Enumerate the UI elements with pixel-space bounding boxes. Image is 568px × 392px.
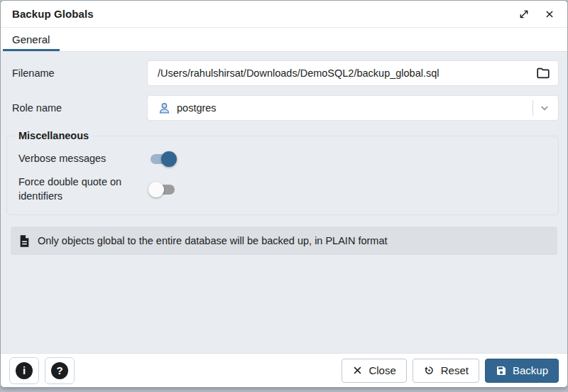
verbose-messages-toggle[interactable] [148,150,178,168]
backup-button[interactable]: Backup [485,359,559,383]
help-button[interactable]: ? [45,357,75,384]
filename-input[interactable] [155,67,535,79]
user-icon [158,102,171,115]
filename-row: Filename [12,60,559,86]
reset-button-label: Reset [441,364,469,376]
close-icon[interactable] [543,8,556,21]
close-x-icon [352,365,363,376]
toggle-knob [148,182,164,197]
backup-button-label: Backup [513,364,548,376]
reset-icon [423,364,435,376]
folder-icon[interactable] [535,65,551,81]
verbose-messages-label: Verbose messages [18,152,148,166]
verbose-messages-row: Verbose messages [18,150,552,168]
tab-general-label: General [12,33,50,45]
role-name-label: Role name [12,102,147,114]
miscellaneous-legend: Miscellaneous [15,130,92,141]
info-icon: i [16,362,33,379]
role-name-value: postgres [177,102,217,114]
force-double-quote-row: Force double quote on identifiers [18,175,552,203]
miscellaneous-section: Miscellaneous Verbose messages Force dou… [6,130,559,215]
dialog-footer: i ? Close [1,353,567,387]
backup-globals-dialog: Backup Globals General [0,0,568,388]
select-divider [532,100,533,116]
tab-general[interactable]: General [3,28,60,51]
dialog-title: Backup Globals [12,8,94,20]
save-icon [496,365,507,376]
force-double-quote-toggle[interactable] [148,180,178,199]
document-icon [19,234,30,248]
info-note: Only objects global to the entire databa… [11,227,557,255]
help-icon: ? [51,362,68,379]
screen-background: Backup Globals General [0,0,568,392]
expand-icon[interactable] [518,8,530,21]
close-button-label: Close [368,364,395,376]
chevron-down-icon[interactable] [538,102,551,114]
force-double-quote-label: Force double quote on identifiers [18,175,148,203]
role-name-select[interactable]: postgres [147,95,559,121]
info-button[interactable]: i [9,357,39,384]
dialog-content: Filename Role name [1,52,567,353]
role-row: Role name postgres [12,95,559,121]
filename-label: Filename [12,67,147,79]
close-button[interactable]: Close [342,359,406,383]
tab-bar: General [1,28,567,52]
info-note-text: Only objects global to the entire databa… [38,235,387,246]
reset-button[interactable]: Reset [413,359,479,383]
dialog-titlebar: Backup Globals [1,1,567,28]
filename-field [147,60,559,86]
toggle-knob [161,151,177,167]
